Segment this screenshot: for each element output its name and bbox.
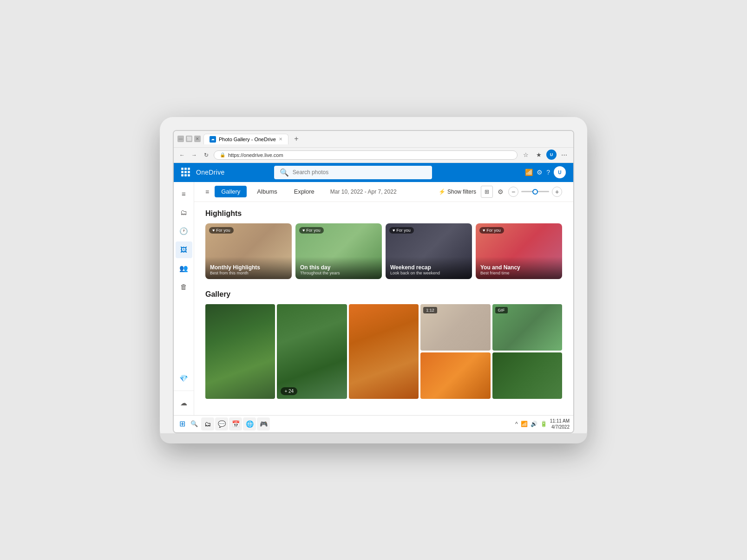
highlight-subtitle-1: Best from this month — [210, 271, 287, 275]
taskbar-clock[interactable]: 11:11 AM 4/7/2022 — [550, 418, 570, 430]
browser-addressbar: ← → ↻ 🔒 https://onedrive.live.com ☆ ★ U … — [174, 148, 573, 163]
gallery-item-plant[interactable] — [205, 304, 275, 399]
address-bar[interactable]: 🔒 https://onedrive.live.com — [214, 150, 518, 160]
apps-launcher-icon[interactable] — [181, 168, 190, 177]
gallery-item-flowers[interactable] — [420, 352, 490, 399]
gallery-grid: 1:12 + 24 GIF — [205, 304, 562, 399]
taskbar-search-button[interactable]: 🔍 — [189, 419, 199, 429]
gallery-item-dancing[interactable] — [349, 304, 419, 399]
highlight-card-onthisday[interactable]: ♥ For you On this day Throughout the yea… — [295, 223, 382, 279]
back-button[interactable]: ← — [177, 150, 187, 160]
sidebar-item-premium[interactable]: 💎 — [176, 370, 192, 387]
for-you-badge-1: ♥ For you — [209, 227, 234, 234]
tab-favicon: ☁ — [210, 136, 216, 143]
tab-explore[interactable]: Explore — [288, 186, 321, 197]
systray-volume[interactable]: 🔊 — [531, 421, 537, 427]
content-area: ≡ Gallery Albums Explore Mar 10, 2022 - … — [194, 182, 573, 415]
tab-albums[interactable]: Albums — [250, 186, 283, 197]
taskbar-app-calendar[interactable]: 📅 — [229, 417, 242, 430]
minimize-button[interactable]: — — [177, 136, 184, 142]
taskbar-apps: 🗂 💬 📅 🌐 🎮 — [201, 417, 270, 430]
onedrive-header: OneDrive 🔍 📶 ⚙ ? U — [174, 163, 573, 182]
tab-title: Photo Gallery - OneDrive — [219, 137, 276, 142]
plus-badge: + 24 — [281, 387, 297, 395]
refresh-button[interactable]: ↻ — [202, 150, 211, 160]
clock-time: 11:11 AM — [550, 418, 570, 424]
heart-icon: ♥ — [212, 228, 215, 233]
taskbar-app-explorer[interactable]: 🗂 — [201, 417, 214, 430]
gallery-item-cat[interactable]: 1:12 — [420, 304, 490, 351]
heart-icon-3: ♥ — [393, 228, 395, 233]
settings-icon[interactable]: ⚙ — [537, 169, 543, 176]
for-you-badge-3: ♥ For you — [389, 227, 414, 234]
browser-tab[interactable]: ☁ Photo Gallery - OneDrive ✕ — [203, 134, 288, 144]
scroll-area: Highlights ♥ For you Monthly Highlights … — [194, 202, 573, 415]
sidebar-item-onedrive[interactable]: ☁ — [176, 395, 192, 411]
browser-profile-avatar[interactable]: U — [546, 150, 557, 160]
view-toggle-button[interactable]: ⊞ — [481, 186, 493, 198]
systray-chevron[interactable]: ^ — [515, 421, 518, 427]
taskbar-app-xbox[interactable]: 🎮 — [257, 417, 270, 430]
toolbar-right: ⚡ Show filters ⊞ ⚙ − + — [439, 186, 562, 198]
show-filters-button[interactable]: ⚡ Show filters — [439, 189, 476, 195]
sidebar-item-trash[interactable]: 🗑 — [176, 279, 192, 295]
sidebar-item-recent[interactable]: 🕐 — [176, 223, 192, 240]
photo-search-box[interactable]: 🔍 — [274, 166, 432, 179]
user-avatar[interactable]: U — [554, 166, 566, 178]
zoom-out-button[interactable]: − — [508, 187, 518, 197]
main-area: ≡ 🗂 🕐 🖼 👥 🗑 💎 ☁ ≡ Gallery — [174, 182, 573, 415]
highlight-card-nancy[interactable]: ♥ For you You and Nancy Best friend time — [476, 223, 562, 279]
search-input[interactable] — [293, 169, 426, 176]
for-you-badge-4: ♥ For you — [479, 227, 504, 234]
highlight-title-3: Weekend recap — [390, 264, 467, 271]
wifi-icon[interactable]: 📶 — [525, 169, 533, 176]
favorites-icon[interactable]: ★ — [533, 150, 544, 161]
close-button[interactable]: ✕ — [194, 136, 201, 142]
onedrive-app: OneDrive 🔍 📶 ⚙ ? U ≡ 🗂 🕐 — [174, 163, 573, 432]
taskbar-app-chat[interactable]: 💬 — [215, 417, 228, 430]
highlight-subtitle-4: Best friend time — [480, 271, 557, 275]
windows-taskbar: ⊞ 🔍 🗂 💬 📅 🌐 🎮 ^ 📶 🔊 🔋 11:11 AM — [174, 415, 573, 432]
new-tab-button[interactable]: + — [291, 134, 301, 144]
highlight-title-1: Monthly Highlights — [210, 264, 287, 271]
clock-date: 4/7/2022 — [550, 424, 570, 430]
date-range: Mar 10, 2022 - Apr 7, 2022 — [330, 189, 397, 195]
highlight-card-weekend[interactable]: ♥ For you Weekend recap Look back on the… — [386, 223, 472, 279]
gif-badge: GIF — [495, 307, 508, 313]
sidebar-item-files[interactable]: 🗂 — [176, 204, 192, 221]
systray: ^ 📶 🔊 🔋 11:11 AM 4/7/2022 — [515, 418, 570, 430]
gallery-item-leaves[interactable] — [492, 352, 562, 399]
highlights-grid: ♥ For you Monthly Highlights Best from t… — [205, 223, 562, 279]
maximize-button[interactable]: ⬜ — [186, 136, 192, 142]
gallery-settings-icon[interactable]: ⚙ — [498, 188, 504, 195]
highlight-title-2: On this day — [300, 264, 377, 271]
lock-icon: 🔒 — [220, 152, 225, 157]
browser-controls: — ⬜ ✕ — [177, 136, 201, 142]
zoom-in-button[interactable]: + — [552, 187, 562, 197]
highlight-subtitle-3: Look back on the weekend — [390, 271, 467, 275]
sidebar-item-shared[interactable]: 👥 — [176, 260, 192, 277]
highlight-label-2: On this day Throughout the years — [295, 257, 382, 279]
hamburger-button[interactable]: ≡ — [205, 188, 209, 195]
systray-battery[interactable]: 🔋 — [540, 421, 547, 427]
help-icon[interactable]: ? — [546, 169, 550, 176]
highlight-card-monthly[interactable]: ♥ For you Monthly Highlights Best from t… — [205, 223, 292, 279]
browser-titlebar: — ⬜ ✕ ☁ Photo Gallery - OneDrive ✕ + — [174, 131, 573, 148]
highlight-label-1: Monthly Highlights Best from this month — [205, 257, 292, 279]
highlights-title: Highlights — [205, 209, 562, 218]
gallery-item-family[interactable]: + 24 — [277, 304, 347, 399]
tab-close-icon[interactable]: ✕ — [279, 137, 282, 142]
more-button[interactable]: ⋯ — [558, 150, 570, 161]
highlight-title-4: You and Nancy — [480, 264, 557, 271]
zoom-slider[interactable] — [521, 191, 549, 192]
tab-gallery[interactable]: Gallery — [215, 186, 247, 197]
taskbar-app-edge[interactable]: 🌐 — [243, 417, 256, 430]
gallery-item-roller[interactable]: GIF — [492, 304, 562, 351]
sidebar-item-photos[interactable]: 🖼 — [176, 241, 192, 258]
highlight-label-3: Weekend recap Look back on the weekend — [386, 257, 472, 279]
systray-wifi[interactable]: 📶 — [521, 421, 528, 427]
start-button[interactable]: ⊞ — [177, 417, 187, 430]
forward-button[interactable]: → — [190, 150, 199, 160]
sidebar-item-menu[interactable]: ≡ — [176, 186, 192, 202]
bookmark-icon[interactable]: ☆ — [520, 150, 531, 161]
